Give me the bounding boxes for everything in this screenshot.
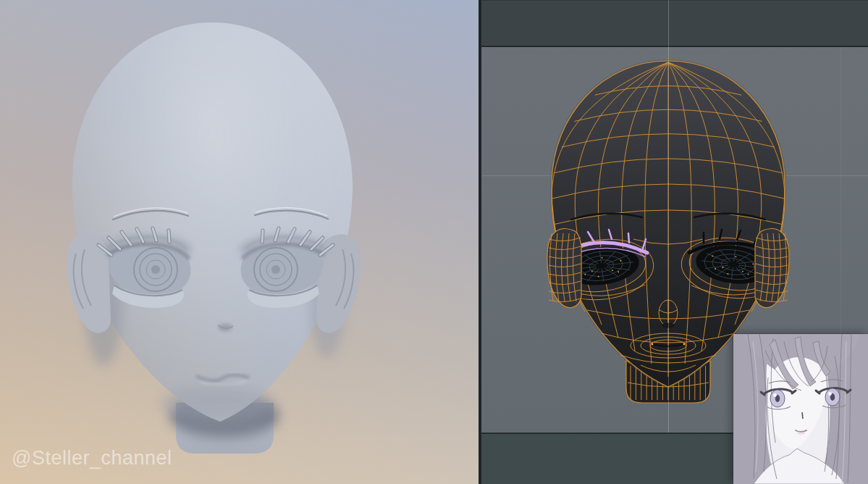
wire-ear-left [547, 229, 581, 308]
reference-illustration [733, 334, 868, 484]
wire-ear-right [755, 229, 789, 308]
sculpt-render [0, 0, 479, 484]
reference-image [733, 334, 868, 484]
viewport-grid-line-vertical [668, 0, 669, 433]
panel-divider [479, 0, 481, 484]
screenshot-stage: @Steller_channel [0, 0, 868, 484]
girl-nose [802, 412, 803, 419]
render-preview-panel: @Steller_channel [0, 0, 479, 484]
watermark: @Steller_channel [12, 447, 172, 470]
head [72, 22, 353, 422]
viewport-panel[interactable] [479, 0, 868, 484]
